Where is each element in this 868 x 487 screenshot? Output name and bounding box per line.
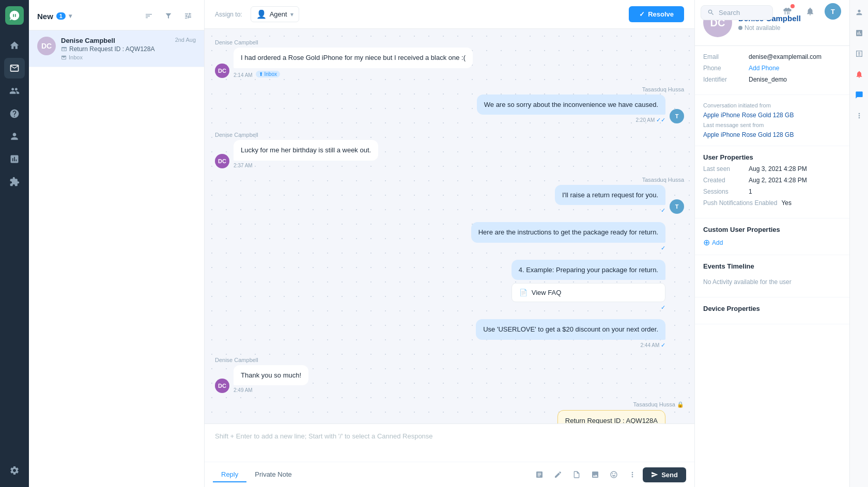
notification-tab[interactable]: [851, 66, 867, 83]
conv-meta: Inbox: [61, 54, 196, 60]
emoji-button[interactable]: [606, 466, 622, 483]
last-msg-link[interactable]: Apple iPhone Rose Gold 128 GB: [703, 131, 841, 138]
message-bubble: I had ordered a Rose Gold iPhone for my …: [234, 48, 473, 68]
msg-sender: Denise Campbell: [215, 39, 258, 45]
sidebar-item-contacts[interactable]: [4, 126, 25, 147]
assign-agent-dropdown[interactable]: 👤 Agent ▾: [251, 6, 299, 22]
assign-to-label: Assign to:: [215, 11, 242, 18]
add-property-link[interactable]: ⊕ Add: [703, 238, 841, 247]
sessions-label: Sessions: [703, 188, 745, 195]
sessions-value: 1: [749, 188, 752, 195]
last-seen-label: Last seen: [703, 165, 745, 172]
options-button[interactable]: [180, 8, 196, 24]
conv-subject: Return Request ID : AQW128A: [61, 45, 196, 53]
msg-avatar: DC: [215, 379, 229, 393]
checkmark-icon: ✓: [639, 10, 645, 18]
sidebar-item-reports[interactable]: [4, 149, 25, 169]
user-avatar-button[interactable]: T: [825, 3, 841, 20]
conv-time: 2nd Aug: [175, 37, 196, 43]
msg-time: 2:44 AM ✓: [476, 342, 665, 349]
messages-area: Denise Campbell DC I had ordered a Rose …: [205, 29, 694, 423]
conversation-source-section: Conversation initiated from Apple iPhone…: [695, 95, 849, 146]
events-section: Events Timeline No Activity available fo…: [695, 255, 849, 297]
sort-button[interactable]: [141, 8, 157, 24]
msg-time: 2:20 AM ✓✓: [477, 117, 665, 123]
sidebar-item-campaigns[interactable]: [4, 81, 25, 101]
conv-contact-name: Denise Campbell: [61, 37, 115, 44]
conversation-item[interactable]: DC Denise Campbell 2nd Aug Return Reques…: [29, 30, 204, 67]
search-text: Search: [719, 9, 740, 17]
msg-checkmarks: ✓✓: [656, 117, 665, 123]
message-bubble: Lucky for me her birthday is still a wee…: [234, 140, 378, 161]
sidebar-item-integrations[interactable]: [4, 171, 25, 192]
notification-icon[interactable]: [802, 3, 818, 20]
sidebar-item-help[interactable]: [4, 103, 25, 124]
chat-panel: Assign to: 👤 Agent ▾ ✓ Resolve Denise Ca…: [205, 0, 694, 487]
message-row: Tasasduq Hussa T I'll raise a return req…: [215, 177, 684, 214]
msg-sender: Denise Campbell: [215, 132, 258, 138]
more-info-tab[interactable]: [851, 107, 867, 124]
filter-button[interactable]: [161, 8, 176, 24]
message-row: Denise Campbell DC I had ordered a Rose …: [215, 39, 684, 78]
message-bubble: Here are the instructions to get the pac…: [471, 222, 665, 243]
send-button[interactable]: Send: [643, 467, 686, 482]
msg-time: 2:49 AM: [234, 387, 308, 393]
device-title: Device Properties: [703, 305, 841, 312]
msg-time: 2:37 AM: [234, 163, 378, 168]
analytics-tab[interactable]: [851, 25, 867, 41]
contact-info-section: Email denise@examplemail.com Phone Add P…: [695, 46, 849, 95]
sidebar-item-inbox[interactable]: [4, 58, 25, 78]
resolve-button[interactable]: ✓ Resolve: [629, 6, 684, 22]
sidebar-item-settings[interactable]: [4, 460, 25, 481]
app-logo: [5, 6, 24, 25]
no-activity-text: No Activity available for the user: [703, 274, 841, 290]
conv-inbox-tag: Inbox: [69, 54, 83, 60]
faq-card[interactable]: 📄 View FAQ: [512, 283, 665, 302]
more-button[interactable]: [624, 466, 641, 483]
msg-sender: Denise Campbell: [215, 357, 258, 363]
compose-footer: Reply Private Note: [205, 462, 694, 487]
file-button[interactable]: [568, 466, 585, 483]
conv-initiated-label: Conversation initiated from: [703, 102, 841, 108]
phone-label: Phone: [703, 65, 745, 72]
email-label: Email: [703, 53, 745, 60]
msg-time: ✓: [471, 245, 665, 252]
msg-sender: Tasasduq Hussa: [642, 86, 684, 92]
new-filter-button[interactable]: New 1 ▾: [37, 12, 72, 21]
user-properties-title: User Properties: [703, 153, 841, 161]
faq-label: View FAQ: [532, 289, 562, 296]
device-section: Device Properties: [695, 297, 849, 324]
image-button[interactable]: [587, 466, 603, 483]
private-note-tab[interactable]: Private Note: [246, 467, 300, 482]
contact-tab[interactable]: [851, 4, 867, 21]
chat-tab[interactable]: [851, 87, 867, 103]
signature-button[interactable]: [550, 466, 566, 483]
chat-header: Assign to: 👤 Agent ▾ ✓ Resolve: [205, 0, 694, 29]
msg-time: ✓: [555, 207, 665, 214]
gift-icon[interactable]: [779, 3, 796, 20]
new-label: New: [37, 12, 53, 21]
reply-tab[interactable]: Reply: [213, 467, 246, 482]
compose-area: Reply Private Note: [205, 423, 694, 487]
msg-sender: Tasasduq Hussa 🔒: [633, 401, 684, 408]
message-row: Tasasduq Hussa 🔒 T Return Request ID : A…: [215, 401, 684, 423]
msg-time: 2:14 AM: [234, 72, 253, 78]
dropdown-chevron-icon: ▾: [290, 11, 293, 18]
table-tab[interactable]: [851, 45, 867, 62]
right-action-tabs: [849, 0, 868, 487]
notification-badge: [791, 4, 795, 8]
created-label: Created: [703, 177, 745, 184]
new-count: 1: [56, 12, 66, 20]
conversation-list: New 1 ▾ DC Denise Campbell: [29, 0, 205, 487]
resolve-label: Resolve: [648, 10, 674, 18]
compose-input[interactable]: [205, 424, 694, 460]
sidebar-item-home[interactable]: [4, 35, 25, 56]
user-properties-section: User Properties Last seen Aug 3, 2021 4:…: [695, 146, 849, 218]
add-phone-link[interactable]: Add Phone: [749, 65, 779, 72]
conv-initiated-link[interactable]: Apple iPhone Rose Gold 128 GB: [703, 112, 841, 119]
search-box[interactable]: Search: [701, 5, 773, 20]
message-row: Denise Campbell DC Lucky for me her birt…: [215, 132, 684, 168]
message-bubble: Return Request ID : AQW128A: [557, 410, 665, 423]
attachment-button[interactable]: [531, 466, 548, 483]
message-row: Tasasduq Hussa T We are so sorry about t…: [215, 86, 684, 124]
